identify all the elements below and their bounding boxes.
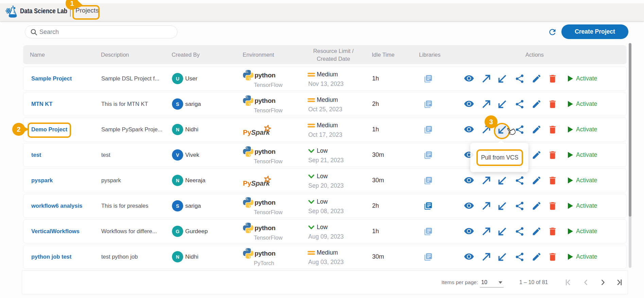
svg-text:3: 3	[489, 118, 493, 126]
svg-text:2: 2	[17, 126, 20, 133]
